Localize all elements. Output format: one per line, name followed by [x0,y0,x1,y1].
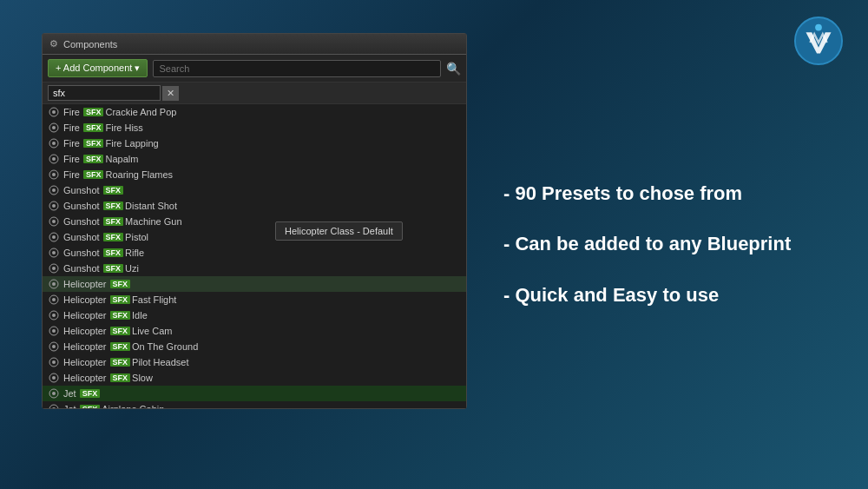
sfx-badge: SFX [110,327,131,335]
list-item[interactable]: Helicopter SFX Pilot Headset [43,354,466,370]
sfx-badge: SFX [83,139,104,148]
component-icon [48,247,60,259]
sfx-badge: SFX [80,405,101,408]
svg-point-31 [52,329,56,333]
search-icon[interactable]: 🔍 [446,62,461,76]
item-prefix: Helicopter [63,294,107,305]
item-prefix: Jet [63,388,76,399]
search-input[interactable] [153,60,441,77]
item-prefix: Gunshot [63,185,100,195]
item-suffix: Idle [132,310,148,320]
item-suffix: Machine Gun [125,216,181,227]
component-icon [48,356,60,368]
list-item[interactable]: Jet SFX [43,386,466,401]
list-item[interactable]: Helicopter SFX [43,276,466,292]
item-suffix: Rifle [125,248,144,258]
list-item[interactable]: Fire SFX Fire Hiss [43,120,466,135]
window-title: Components [63,39,117,50]
sfx-badge: SFX [103,264,124,273]
components-window: ⚙ Components + Add Component ▾ 🔍 ✕ Fire … [42,33,467,409]
sfx-badge: SFX [103,217,124,226]
item-prefix: Helicopter [63,357,107,367]
item-prefix: Gunshot [63,248,100,258]
component-icon [48,137,60,149]
add-component-button[interactable]: + Add Component ▾ [48,59,148,77]
svg-point-25 [52,282,56,286]
item-suffix: Fire Lapping [105,138,158,149]
item-suffix: Roaring Flames [105,169,173,180]
component-icon [48,325,60,337]
list-item[interactable]: Helicopter SFX Live Cam [43,323,466,339]
svg-point-17 [52,220,56,223]
list-item[interactable]: Helicopter SFX Fast Flight [43,292,466,307]
component-icon [48,106,60,118]
item-prefix: Jet [63,404,76,408]
svg-point-37 [52,376,56,380]
item-suffix: Crackie And Pop [105,107,176,117]
list-item[interactable]: Fire SFX Napalm [43,151,466,167]
titlebar-icon: ⚙ [49,38,58,50]
features-panel: - 90 Presets to chose from - Can be adde… [486,0,868,489]
sfx-badge: SFX [110,373,131,382]
sfx-badge: SFX [103,248,124,257]
item-prefix: Helicopter [63,326,107,336]
filter-clear-button[interactable]: ✕ [162,86,179,101]
sfx-badge: SFX [110,295,131,304]
svg-point-27 [52,298,56,301]
list-item[interactable]: Helicopter SFX Idle [43,307,466,323]
item-prefix: Helicopter [63,310,107,320]
item-prefix: Fire [63,107,80,117]
list-item[interactable]: Fire SFX Roaring Flames [43,167,466,182]
svg-point-3 [52,110,56,114]
list-item[interactable]: Gunshot SFX Pistol [43,229,466,245]
list-item[interactable]: Fire SFX Crackie And Pop [43,104,466,120]
component-icon [48,309,60,321]
svg-point-7 [52,142,56,145]
list-item[interactable]: Gunshot SFX Uzi [43,261,466,276]
sfx-badge: SFX [103,233,124,241]
window-toolbar: + Add Component ▾ 🔍 [43,55,466,83]
sfx-badge: SFX [103,202,124,210]
list-item[interactable]: Gunshot SFX [43,182,466,198]
filter-input[interactable] [48,85,161,101]
tooltip: Helicopter Class - Default [275,221,403,241]
item-prefix: Helicopter [63,373,107,383]
component-icon [48,215,60,228]
list-item[interactable]: Jet SFX Airplane Cabin [43,401,466,408]
list-item[interactable]: Gunshot SFX Machine Gun [43,214,466,229]
component-icon [48,231,60,243]
item-prefix: Fire [63,122,80,133]
component-icon [48,278,60,290]
item-suffix: Fast Flight [132,294,176,305]
feature-2: - Can be added to any Blueprint [503,232,825,257]
sfx-badge: SFX [110,342,131,351]
item-suffix: Fire Hiss [105,122,142,133]
component-icon [48,169,60,181]
item-suffix: Uzi [125,263,139,274]
item-prefix: Gunshot [63,232,100,242]
item-prefix: Gunshot [63,263,100,274]
component-icon [48,153,60,165]
item-suffix: On The Ground [132,341,198,352]
svg-point-35 [52,360,56,364]
list-item[interactable]: Gunshot SFX Rifle [43,245,466,261]
component-icon [48,372,60,384]
svg-point-41 [52,407,56,408]
list-item[interactable]: Gunshot SFX Distant Shot [43,198,466,214]
item-suffix: Pilot Headset [132,357,188,367]
window-titlebar: ⚙ Components [43,34,466,55]
list-item[interactable]: Helicopter SFX On The Ground [43,339,466,354]
list-item[interactable]: Fire SFX Fire Lapping [43,135,466,151]
item-prefix: Fire [63,169,80,180]
list-item[interactable]: Helicopter SFX Slow [43,370,466,386]
svg-point-11 [52,173,56,176]
item-suffix: Pistol [125,232,148,242]
add-component-label: + Add Component ▾ [56,63,140,74]
feature-1: - 90 Presets to chose from [503,182,825,207]
item-prefix: Helicopter [63,279,107,289]
item-suffix: Live Cam [132,326,172,336]
item-suffix: Napalm [105,154,138,164]
component-icon [48,262,60,274]
component-list[interactable]: Fire SFX Crackie And PopFire SFX Fire Hi… [43,104,466,408]
item-prefix: Gunshot [63,216,100,227]
